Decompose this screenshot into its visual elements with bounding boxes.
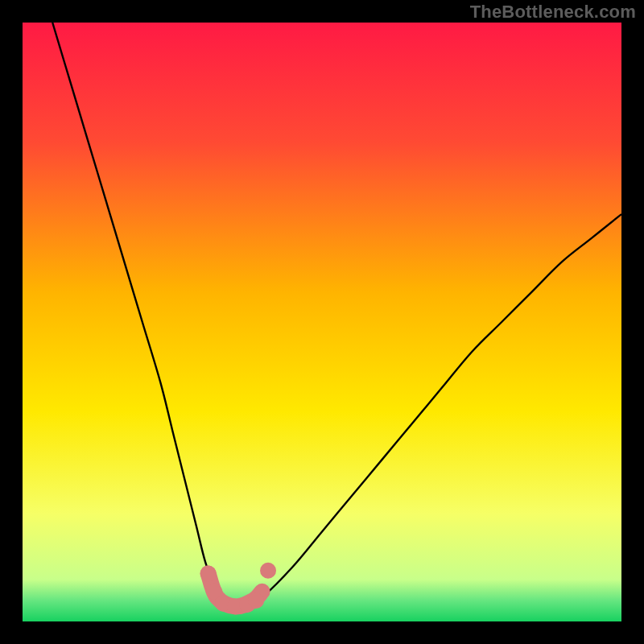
curve-marker xyxy=(200,565,217,581)
plot-area xyxy=(23,23,621,621)
curve-marker xyxy=(248,592,264,609)
curve-marker xyxy=(260,563,276,579)
bottleneck-chart xyxy=(23,23,621,621)
watermark-text: TheBottleneck.com xyxy=(470,2,636,23)
chart-frame: TheBottleneck.com xyxy=(0,0,644,644)
